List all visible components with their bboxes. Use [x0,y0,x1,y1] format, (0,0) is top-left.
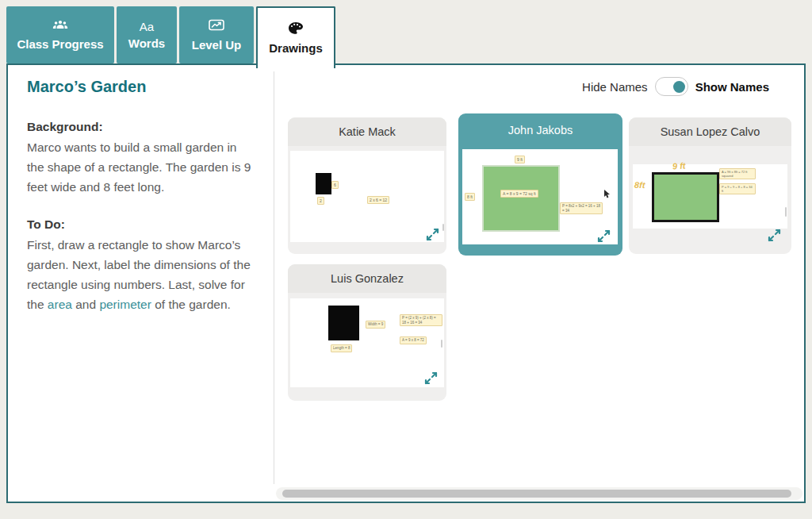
thumb-scrollbar [441,340,442,348]
dimension-label: 8 ft [465,193,475,201]
background-text: Marco wants to build a small garden in t… [27,138,255,197]
tab-label: Level Up [192,38,242,52]
todo-text-part: and [72,298,99,311]
expand-icon[interactable] [424,371,438,385]
handwritten-dimension: 9 ft [672,160,686,171]
mouse-cursor-icon [603,188,611,202]
todo-heading: To Do: [27,217,255,232]
horizontal-scrollbar-thumb[interactable] [282,490,791,498]
handwritten-dimension: 8ft [634,180,645,190]
area-label: A = 9ft x 8ft = 72 ft squared [719,168,756,179]
garden-rectangle [652,172,719,222]
perimeter-link[interactable]: perimeter [99,298,151,311]
expand-icon[interactable] [426,228,439,241]
dimension-label: 6 [331,181,339,189]
perimeter-label: P = (2 x 9) + (2 x 8) = 18 + 16 = 34 [400,314,442,326]
line-chart-icon [209,19,224,35]
drawing-thumbnail: 9 ft 8ft A = 9ft x 8ft = 72 ft squared P… [633,164,787,229]
expand-icon[interactable] [597,229,611,243]
aa-icon: Aa [140,20,154,33]
drawing-card-luis-gonzalez[interactable]: Luis Gonzalez Width = 9 Length = 8 P = (… [288,264,446,401]
dimension-label: 9 ft [515,156,525,163]
task-sidebar: Marco’s Garden Background: Marco wants t… [8,65,274,336]
panel-divider [274,71,274,484]
student-name: Katie Mack [288,117,446,146]
dimension-label: Width = 9 [366,321,385,329]
tab-drawings[interactable]: Drawings [256,6,335,68]
tab-label: Words [128,37,165,50]
tab-bar: Class Progress Aa Words Level Up [6,6,335,68]
background-heading: Background: [27,120,255,134]
palette-icon [288,21,304,38]
garden-rectangle [482,165,560,232]
dimension-label: 2 [317,197,324,205]
garden-rectangle [316,173,331,194]
expand-icon[interactable] [768,229,781,242]
garden-rectangle [328,306,359,340]
tab-label: Class Progress [17,37,103,51]
main-panel: Marco’s Garden Background: Marco wants t… [6,63,806,503]
people-icon [52,20,68,34]
show-names-label: Show Names [695,80,769,94]
area-link[interactable]: area [48,298,72,311]
tab-level-up[interactable]: Level Up [179,6,254,63]
student-name: John Jakobs [458,113,622,147]
thumb-scrollbar [442,224,444,231]
thumb-scrollbar [785,207,787,217]
perimeter-label: P = 9 + 9 + 8 + 8 = 34 ft [719,183,756,194]
tab-class-progress[interactable]: Class Progress [6,6,114,63]
app-window: Class Progress Aa Words Level Up [0,0,812,519]
drawing-thumbnail: Width = 9 Length = 8 P = (2 x 9) + (2 x … [290,298,444,387]
todo-text: First, draw a rectangle to show Marco’s … [27,236,255,314]
drawing-thumbnail: 6 2 2 x 6 = 12 [290,151,444,242]
student-name: Luis Gonzalez [288,264,446,293]
toggle-knob [673,81,685,93]
horizontal-scrollbar-track[interactable] [276,487,802,500]
tab-label: Drawings [269,41,323,55]
names-toggle-row: Hide Names Show Names [582,77,769,96]
area-label: A = 9 x 8 = 72 [400,336,427,344]
drawing-card-susan-lopez-calvo[interactable]: Susan Lopez Calvo 9 ft 8ft A = 9ft x 8ft… [629,117,791,254]
area-label: A = 8 x 9 = 72 sq ft [500,190,538,198]
page-title: Marco’s Garden [27,78,255,96]
drawing-card-john-jakobs[interactable]: John Jakobs 9 ft 8 ft A = 8 x 9 = 72 sq … [458,113,622,256]
drawing-card-katie-mack[interactable]: Katie Mack 6 2 2 x 6 = 12 [288,117,446,254]
hide-names-label: Hide Names [582,80,648,94]
show-names-toggle[interactable] [655,77,688,96]
student-name: Susan Lopez Calvo [629,117,791,146]
equation-label: 2 x 6 = 12 [367,196,389,204]
todo-text-part: of the garden. [151,298,231,311]
dimension-label: Length = 8 [331,344,352,352]
perimeter-label: P = 8x2 + 9x2 = 16 + 18 = 34 [560,202,603,214]
tab-words[interactable]: Aa Words [117,6,177,63]
drawing-thumbnail: 9 ft 8 ft A = 8 x 9 = 72 sq ft P = 8x2 +… [462,149,618,244]
